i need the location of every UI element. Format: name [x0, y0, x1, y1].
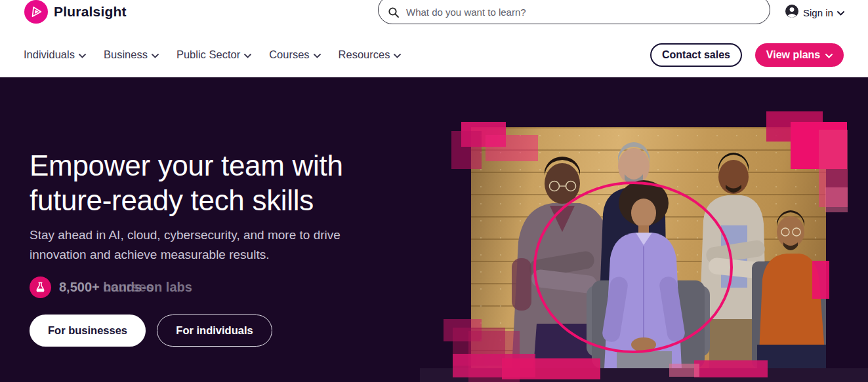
- nav-label: Business: [104, 48, 148, 61]
- stat-number: 8,500+: [59, 280, 100, 294]
- user-avatar-icon: [785, 4, 799, 21]
- nav-label: Individuals: [24, 48, 75, 61]
- pluralsight-homepage: Pluralsight Sign in: [0, 0, 868, 382]
- flask-icon: [30, 277, 51, 298]
- pixel-decoration: [451, 131, 482, 169]
- site-header: Pluralsight Sign in: [0, 0, 868, 77]
- nav-label: Public Sector: [176, 48, 240, 61]
- hero-heading: Empower your team with future-ready tech…: [30, 148, 387, 218]
- chevron-down-icon: [394, 48, 401, 61]
- brand-name: Pluralsight: [54, 4, 127, 20]
- pluralsight-logo[interactable]: Pluralsight: [24, 0, 127, 24]
- chevron-down-icon: [825, 49, 833, 61]
- nav-label: Courses: [269, 48, 309, 61]
- search-bar[interactable]: [378, 0, 770, 24]
- nav-item-individuals[interactable]: Individuals: [24, 48, 86, 61]
- nav-item-resources[interactable]: Resources: [339, 48, 402, 61]
- nav-item-courses[interactable]: Courses: [269, 48, 320, 61]
- search-input[interactable]: [405, 6, 760, 18]
- chevron-down-icon: [837, 7, 844, 18]
- view-plans-button[interactable]: View plans: [755, 43, 844, 67]
- play-logo-icon: [24, 0, 48, 24]
- nav-item-public-sector[interactable]: Public Sector: [176, 48, 251, 61]
- cta-row: For businesses For individuals: [30, 315, 272, 347]
- hero-subheading: Stay ahead in AI, cloud, cybersecurity, …: [30, 225, 374, 265]
- pixel-decoration: [825, 187, 848, 212]
- nav-label: Resources: [339, 48, 390, 61]
- stat-label-rotating-alt: courses: [103, 280, 154, 295]
- pixel-decoration: [502, 358, 600, 379]
- view-plans-label: View plans: [766, 49, 820, 61]
- hero-section: Empower your team with future-ready tech…: [0, 77, 868, 382]
- main-navigation: Individuals Business Public Sector Cours…: [24, 39, 401, 69]
- stat-text: 8,500+ hands-on labscourses: [59, 280, 192, 295]
- chevron-down-icon: [79, 48, 86, 61]
- sign-in-button[interactable]: Sign in: [785, 4, 844, 21]
- for-businesses-button[interactable]: For businesses: [30, 315, 146, 347]
- pixel-decoration: [812, 261, 829, 299]
- sign-in-label: Sign in: [803, 7, 833, 18]
- chevron-down-icon: [152, 48, 159, 61]
- chevron-down-icon: [314, 48, 321, 61]
- pixel-decoration: [486, 135, 538, 161]
- search-icon: [388, 7, 400, 18]
- people-illustration: [471, 127, 826, 368]
- for-individuals-button[interactable]: For individuals: [157, 315, 272, 347]
- contact-sales-button[interactable]: Contact sales: [650, 43, 742, 67]
- nav-item-business[interactable]: Business: [104, 48, 159, 61]
- chevron-down-icon: [244, 48, 251, 61]
- hero-image: [471, 127, 826, 368]
- pixel-decoration: [669, 364, 699, 377]
- pixel-decoration: [694, 360, 768, 377]
- stat-badge: 8,500+ hands-on labscourses: [30, 277, 192, 298]
